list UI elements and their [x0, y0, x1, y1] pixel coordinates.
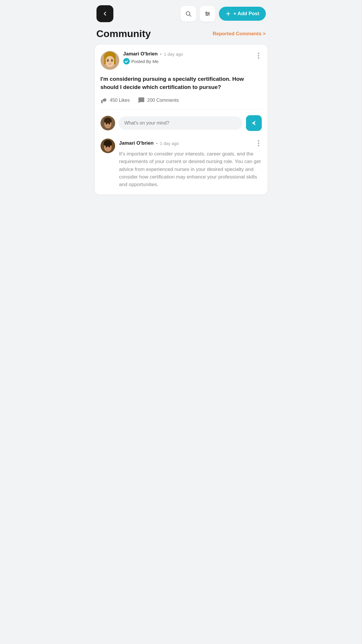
comment-more-button[interactable] — [255, 139, 262, 148]
reported-comments-link[interactable]: Reported Comments > — [213, 31, 266, 37]
header: + Add Post — [91, 0, 272, 26]
svg-point-33 — [106, 146, 107, 148]
posted-by-me-label: Posted By Me — [131, 59, 159, 64]
comment-text: It's important to consider your interest… — [119, 150, 262, 189]
comment-block: Jamari O'brien • 1 day ago It's importan… — [101, 137, 262, 189]
comment-meta: Jamari O'brien • 1 day ago It's importan… — [119, 139, 262, 189]
likes-count: 450 Likes — [110, 98, 130, 103]
post-content: I'm considering pursuing a specialty cer… — [101, 75, 262, 91]
comment-author-name: Jamari O'brien — [119, 140, 154, 146]
svg-point-28 — [108, 123, 110, 125]
post-time: 1 day ago — [164, 52, 183, 57]
post-stats: 450 Likes 200 Comments — [101, 97, 262, 109]
svg-rect-14 — [104, 59, 106, 64]
author-row: Jamari O'brien • 1 day ago — [123, 51, 251, 57]
svg-rect-15 — [114, 59, 116, 64]
comments-count: 200 Comments — [147, 98, 179, 103]
likes-stat: 450 Likes — [101, 97, 130, 104]
commenter-avatar — [101, 139, 115, 153]
search-button[interactable] — [180, 6, 196, 22]
filter-button[interactable] — [200, 6, 215, 22]
svg-point-3 — [206, 12, 207, 13]
posted-by-me-badge: Posted By Me — [123, 58, 251, 64]
svg-point-21 — [258, 55, 259, 57]
svg-point-36 — [258, 143, 259, 144]
svg-point-19 — [111, 60, 112, 61]
check-icon — [123, 58, 130, 64]
comment-input-row — [101, 115, 262, 131]
svg-point-5 — [208, 13, 209, 15]
more-options-button[interactable] — [255, 51, 262, 60]
comment-time: 1 day ago — [160, 141, 179, 146]
post-author-avatar — [101, 51, 119, 70]
current-user-avatar — [101, 116, 115, 130]
comments-stat: 200 Comments — [138, 97, 179, 104]
svg-point-18 — [107, 60, 108, 61]
send-button[interactable] — [246, 115, 262, 131]
svg-point-7 — [206, 14, 208, 16]
separator-dot: • — [160, 52, 161, 57]
post-card: Jamari O'brien • 1 day ago Posted By Me … — [95, 45, 268, 195]
svg-point-20 — [258, 53, 259, 54]
page-title: Community — [96, 28, 151, 39]
post-header: Jamari O'brien • 1 day ago Posted By Me — [101, 51, 262, 70]
svg-point-13 — [105, 56, 115, 67]
svg-point-27 — [106, 123, 107, 125]
svg-point-37 — [258, 145, 259, 146]
post-author-name: Jamari O'brien — [123, 51, 158, 57]
comment-input[interactable] — [119, 116, 242, 130]
page-title-row: Community Reported Comments > — [91, 26, 272, 45]
svg-rect-26 — [104, 120, 112, 122]
svg-point-35 — [258, 140, 259, 142]
svg-line-1 — [189, 15, 191, 16]
back-button[interactable] — [96, 5, 113, 22]
svg-point-22 — [258, 57, 259, 59]
comment-author-row: Jamari O'brien • 1 day ago — [119, 139, 262, 148]
svg-rect-32 — [104, 143, 112, 145]
post-meta: Jamari O'brien • 1 day ago Posted By Me — [123, 51, 251, 64]
add-post-button[interactable]: + Add Post — [219, 7, 266, 21]
svg-point-34 — [108, 146, 110, 148]
